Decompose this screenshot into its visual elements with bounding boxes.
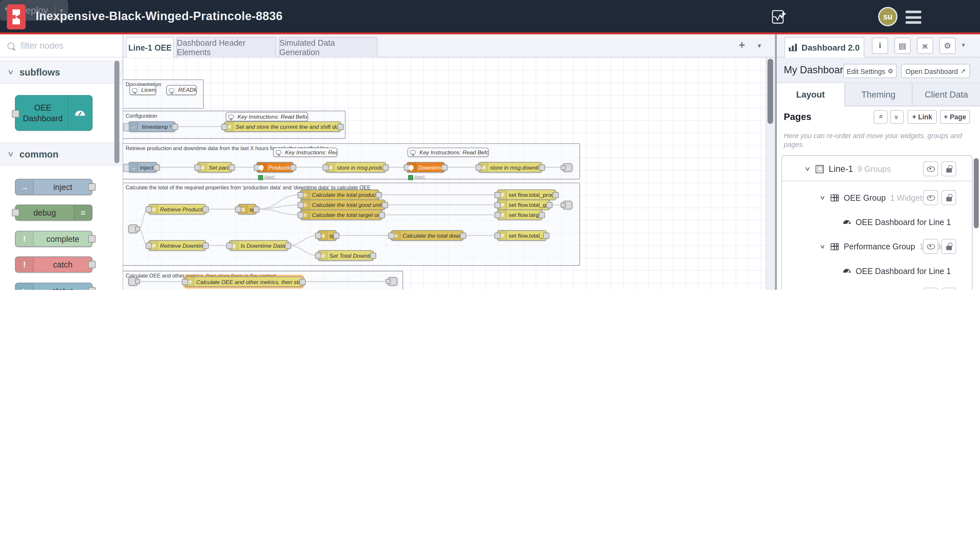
tab-dashboard-header-elements[interactable]: Dashboard Header Elements xyxy=(176,37,276,58)
inject-icon: → xyxy=(129,162,138,172)
node-set-downtime-zero[interactable]: ⇄Set Total Downtime to 0 xyxy=(318,250,374,261)
node-store-production[interactable]: ⇄store in msg.production_data xyxy=(325,162,386,172)
comment-key-instructions[interactable]: Key Instructions: Read Before Proceeding xyxy=(273,147,338,157)
lock-toggle[interactable] xyxy=(941,288,956,290)
group-retrieve-last-x-hours[interactable]: Retrieve production and downtime data fr… xyxy=(123,143,580,180)
node-set-params[interactable]: ⇄Set params xyxy=(197,162,233,172)
inject-button[interactable] xyxy=(123,164,129,172)
tab-dashboard-2[interactable]: Dashboard 2.0 xyxy=(784,37,864,58)
visibility-toggle[interactable] xyxy=(923,288,938,290)
add-tab-button[interactable]: + xyxy=(735,38,749,54)
inject-button[interactable] xyxy=(123,123,129,131)
tab-theming[interactable]: Theming xyxy=(845,83,913,105)
ai-assistant-icon[interactable] xyxy=(770,8,788,26)
dashboard-title: My Dashboard xyxy=(784,64,849,76)
chevron-down-icon[interactable]: ∨ xyxy=(803,166,812,172)
canvas-vertical-scrollbar[interactable] xyxy=(767,59,773,124)
palette-node-debug[interactable]: debug≡ xyxy=(15,205,92,221)
workspace-title: Inexpensive-Black-Winged-Pratincole-8836 xyxy=(36,0,282,32)
palette-scrollbar[interactable] xyxy=(114,61,119,163)
palette-node-status[interactable]: ∿status xyxy=(15,283,92,290)
expand-all-button[interactable]: » xyxy=(890,110,904,124)
palette-node-inject[interactable]: →inject xyxy=(15,179,92,195)
lock-toggle[interactable] xyxy=(941,190,956,205)
node-set-total-downtime[interactable]: ⇄set flow.total_downtime xyxy=(497,230,547,241)
node-calc-produced-units[interactable]: ⇇Calculate the total produced units toda… xyxy=(300,189,379,200)
node-calc-downtime-duration[interactable]: ⇇Calculate the total downtime duration xyxy=(391,230,464,241)
tab-line-1-oee[interactable]: Line-1 OEE xyxy=(126,37,174,58)
comment-readme[interactable]: README xyxy=(166,85,197,95)
node-production-data[interactable]: ProductionDataRWC xyxy=(256,162,294,172)
node-link-out[interactable]: → xyxy=(388,277,398,286)
node-calc-good-units[interactable]: ⇇Calculate the total good units produced… xyxy=(300,199,386,210)
lock-toggle[interactable] xyxy=(941,162,956,176)
node-set-total-good[interactable]: ⇄set flow.total_good_units xyxy=(497,199,550,210)
tab-list-caret-icon[interactable]: ▾ xyxy=(753,38,766,54)
lock-toggle[interactable] xyxy=(941,239,956,254)
gear-icon: ⚙ xyxy=(888,68,893,74)
node-store-downtime[interactable]: ⇄store in msg.downtime_data xyxy=(478,162,543,172)
palette-node-catch[interactable]: !catch xyxy=(15,256,92,273)
edit-settings-button[interactable]: Edit Settings⚙ xyxy=(843,64,897,78)
node-is-downtime-empty[interactable]: ≷Is Downtime Data Empty? xyxy=(229,240,289,251)
node-timestamp-inject[interactable]: →timestamp ¹ xyxy=(128,121,176,132)
visibility-toggle[interactable] xyxy=(923,162,938,176)
add-link-button[interactable]: + Link xyxy=(907,110,937,124)
node-retrieve-downtime[interactable]: ⇄Retrieve Downtime Data xyxy=(148,240,206,251)
tree-group-availability[interactable]: ∨Availability Group1 Widgets xyxy=(782,287,972,290)
user-avatar[interactable]: su xyxy=(878,7,898,26)
chevron-down-icon[interactable]: ∨ xyxy=(818,243,827,249)
chevron-down-icon[interactable]: ∨ xyxy=(818,195,827,201)
node-downtime-data[interactable]: DowntimeDataRWC xyxy=(406,162,445,172)
tree-widget-row[interactable]: OEE Dashboard for Line 1 xyxy=(782,263,972,279)
flow-canvas[interactable]: Documentation License README Configurati… xyxy=(123,57,766,290)
join-icon: ⇇ xyxy=(301,190,310,199)
sidebar-caret-icon[interactable]: ▾ xyxy=(962,41,965,48)
node-set-total-produced[interactable]: ⇄set flow.total_produced_units xyxy=(497,189,556,200)
external-link-icon: ↗ xyxy=(960,68,966,74)
tab-simulated-data-generation[interactable]: Simulated Data Generation xyxy=(279,37,378,58)
palette-node-complete[interactable]: !complete xyxy=(15,231,92,247)
node-link-out[interactable]: → xyxy=(563,201,572,210)
group-icon xyxy=(831,194,839,201)
add-page-button[interactable]: + Page xyxy=(940,110,970,124)
config-gear-icon[interactable]: ⚙ xyxy=(939,38,956,54)
visibility-toggle[interactable] xyxy=(923,239,938,254)
comment-key-instructions[interactable]: Key Instructions: Read Before Proceeding xyxy=(226,112,308,121)
open-dashboard-button[interactable]: Open Dashboard↗ xyxy=(901,64,970,78)
filter-nodes-input[interactable] xyxy=(20,40,103,51)
debug-bug-icon[interactable]: ж xyxy=(917,38,933,54)
sidebar-scrollbar[interactable] xyxy=(974,158,979,228)
visibility-toggle[interactable] xyxy=(923,190,938,205)
palette-category-subflows[interactable]: ∨ subflows xyxy=(0,61,122,84)
node-set-line-shift[interactable]: ⇄Set and store the current line and shif… xyxy=(224,121,341,132)
help-book-icon[interactable]: ▤ xyxy=(894,38,911,54)
tree-group-oee[interactable]: ∨OEE Group1 Widgets xyxy=(782,189,972,205)
collapse-all-button[interactable]: » xyxy=(874,110,887,124)
palette-search[interactable] xyxy=(0,35,123,57)
tree-group-performance[interactable]: ∨Performance Group1 Widgets xyxy=(782,238,972,255)
node-split[interactable]: ⇉split xyxy=(318,230,337,241)
info-icon[interactable]: i xyxy=(872,38,888,54)
page-icon xyxy=(816,165,824,173)
comment-key-instructions[interactable]: Key Instructions: Read Before Proceeding xyxy=(408,147,489,157)
tab-client-data[interactable]: Client Data xyxy=(912,83,980,105)
node-link-in[interactable]: → xyxy=(128,224,138,233)
palette-category-common[interactable]: ∨ common xyxy=(0,143,122,166)
node-split[interactable]: ⇉split xyxy=(238,204,257,215)
node-inject[interactable]: →inject ↻ xyxy=(128,162,157,172)
node-set-target-output[interactable]: ⇄set flow.target_output xyxy=(497,210,543,220)
node-calc-target-output[interactable]: ⇇Calculate the total target output of to… xyxy=(300,210,383,220)
node-calculate-oee-metrics[interactable]: ⇄Calculate OEE and other metrics, then s… xyxy=(185,276,303,287)
comment-license[interactable]: License xyxy=(129,85,156,95)
node-retrieve-production[interactable]: ⇄Retrieve Production Data xyxy=(148,204,206,215)
tree-page-line-1[interactable]: ∨ Line-1 9 Groups xyxy=(782,161,972,177)
tab-layout[interactable]: Layout xyxy=(777,83,845,106)
node-link-out[interactable]: → xyxy=(563,163,572,172)
tree-widget-row[interactable]: OEE Dashboard for Line 1 xyxy=(782,214,972,230)
node-link-in[interactable]: → xyxy=(128,277,138,286)
table-icon xyxy=(407,162,416,172)
main-menu-icon[interactable] xyxy=(906,11,921,24)
comment-icon xyxy=(274,148,283,156)
palette-node-oee-dashboard[interactable]: OEE Dashboard xyxy=(15,95,92,131)
